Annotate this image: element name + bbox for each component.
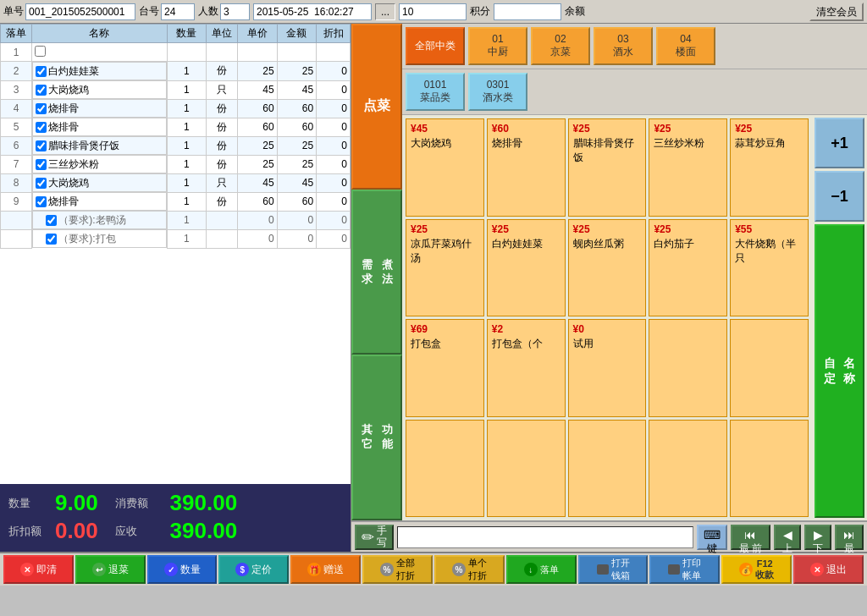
menu-name: 打包盒	[411, 337, 479, 351]
other-function-button[interactable]: 其它功能	[351, 355, 402, 520]
table-row[interactable]: 9 烧排骨 1份 60600	[1, 192, 351, 211]
subcategory-row: 0101 菜品类 0301 酒水类	[402, 69, 867, 115]
menu-price: ¥25	[573, 123, 642, 135]
menu-item[interactable]: ¥25腊味排骨煲仔饭	[568, 118, 647, 217]
subcat-02-button[interactable]: 0301 酒水类	[468, 73, 527, 111]
menu-item	[487, 420, 566, 518]
print-bill-button[interactable]: 打印帐单	[649, 555, 720, 584]
menu-item[interactable]: ¥45大岗烧鸡	[406, 118, 484, 217]
cook-method-button[interactable]: 需求煮法	[351, 190, 402, 355]
price-button[interactable]: $ 定价	[218, 555, 289, 584]
subcat-01-button[interactable]: 0101 菜品类	[406, 73, 465, 111]
table-row[interactable]: 7 三丝炒米粉 1份 25250	[1, 155, 351, 173]
order-no-label: 单号	[3, 4, 24, 19]
menu-grid: ¥45大岗烧鸡¥60烧排骨¥25腊味排骨煲仔饭¥25三丝炒米粉¥25蒜茸炒豆角¥…	[402, 115, 812, 520]
cat-01-label: 01	[477, 33, 519, 45]
item-discount: 0	[317, 62, 351, 81]
menu-item[interactable]: ¥0试用	[568, 319, 647, 417]
return-icon: ↩	[92, 563, 106, 576]
menu-price: ¥25	[654, 123, 722, 135]
clear-button[interactable]: ✕ 即清	[3, 555, 74, 584]
plus-button[interactable]: +1	[815, 118, 864, 168]
cat-02-button[interactable]: 02 京菜	[531, 27, 590, 65]
menu-item[interactable]: ¥69打包盒	[406, 319, 484, 417]
table-row[interactable]: 1	[1, 43, 351, 62]
open-drawer-button[interactable]: 打开钱箱	[578, 555, 649, 584]
menu-item[interactable]: ¥25凉瓜芹菜鸡什汤	[406, 219, 484, 317]
menu-name: 三丝炒米粉	[654, 136, 722, 151]
menu-name: 白灼茄子	[654, 237, 722, 251]
f12-checkout-button[interactable]: 💰 F12收款	[721, 555, 792, 584]
col-header-discount: 折扣	[317, 25, 351, 43]
menu-price: ¥25	[411, 223, 479, 235]
people-input[interactable]	[220, 3, 250, 20]
table-row[interactable]: 3 大岗烧鸡 1只 45450	[1, 80, 351, 99]
gift-button[interactable]: 🎁 赠送	[290, 555, 361, 584]
menu-price: ¥25	[735, 123, 803, 135]
menu-item	[568, 420, 647, 518]
table-row[interactable]: 8 大岗烧鸡 1只 45450	[1, 173, 351, 192]
action-buttons: 点菜 需求煮法 其它功能	[351, 24, 402, 520]
menu-name: 打包盒（个	[492, 337, 561, 351]
menu-item[interactable]: ¥55大件烧鹅（半只	[730, 219, 809, 317]
keyboard-button[interactable]: ⌨ 键盘	[697, 525, 727, 550]
cat-01-button[interactable]: 01 中厨	[468, 27, 527, 65]
first-page-button[interactable]: ⏮最 前	[731, 525, 770, 550]
table-row[interactable]: 4 烧排骨 1份 60600	[1, 99, 351, 118]
points-input[interactable]	[399, 3, 467, 20]
menu-item[interactable]: ¥60烧排骨	[487, 118, 566, 217]
order-button[interactable]: 点菜	[351, 24, 402, 190]
cat-04-button[interactable]: 04 楼面	[656, 27, 715, 65]
prev-page-button[interactable]: ◀上页	[774, 525, 801, 550]
qty-button[interactable]: ✓ 数量	[147, 555, 218, 584]
item-unit	[206, 43, 237, 62]
item-name-cell[interactable]: 大岗烧鸡	[32, 80, 166, 99]
cat-all-button[interactable]: 全部中类	[406, 27, 465, 65]
category-row: 全部中类 01 中厨 02 京菜 03 酒水 04 楼	[402, 24, 867, 69]
single-discount-button[interactable]: % 单个打折	[434, 555, 505, 584]
table-row[interactable]: （要求):老鸭汤 1 000	[1, 211, 351, 229]
table-row[interactable]: 6 腊味排骨煲仔饭 1份 25250	[1, 136, 351, 155]
next-page-button[interactable]: ▶下页	[804, 525, 831, 550]
item-checkbox[interactable]	[32, 43, 167, 62]
menu-item[interactable]: ¥25三丝炒米粉	[649, 118, 727, 217]
action-bar: ✕ 即清 ↩ 退菜 ✓ 数量 $ 定价 🎁 赠送 % 全部打折 % 单个打折 ↓…	[0, 552, 867, 586]
payable-value: 390.00	[170, 518, 238, 544]
cat-01-name: 中厨	[477, 45, 519, 59]
menu-item[interactable]: ¥25蒜茸炒豆角	[730, 118, 809, 217]
cat-03-button[interactable]: 03 酒水	[594, 27, 653, 65]
item-checkbox-name[interactable]: 白灼娃娃菜	[32, 62, 166, 80]
drop-order-button[interactable]: ↓ 落单	[506, 555, 577, 584]
table-row[interactable]: 5 烧排骨 1份 60600	[1, 118, 351, 136]
return-dish-button[interactable]: ↩ 退菜	[75, 555, 146, 584]
balance-input[interactable]	[494, 3, 561, 20]
handwrite-button[interactable]: ✏ 手写	[355, 525, 394, 550]
item-amount	[277, 43, 316, 62]
menu-price: ¥25	[654, 223, 722, 235]
minus-button[interactable]: −1	[815, 171, 864, 222]
menu-name: 凉瓜芹菜鸡什汤	[411, 237, 479, 266]
custom-name-button[interactable]: 自定名称	[815, 224, 864, 518]
menu-item[interactable]: ¥25白灼娃娃菜	[487, 219, 566, 317]
table-no-input[interactable]	[161, 3, 195, 20]
handwrite-row: ✏ 手写 ⌨ 键盘 ⏮最 前 ◀上页 ▶下页 ⏭最后	[351, 521, 867, 552]
qty-label: 数量	[8, 496, 51, 511]
menu-item[interactable]: ¥2打包盒（个	[487, 319, 566, 417]
dots-button[interactable]: ...	[375, 3, 395, 20]
exit-icon: ✕	[810, 563, 824, 576]
exit-button[interactable]: ✕ 退出	[793, 555, 864, 584]
printer-icon	[668, 564, 680, 575]
payable-label: 应收	[115, 524, 166, 539]
table-row[interactable]: 2 白灼娃娃菜 1 份 25 25 0	[1, 62, 351, 81]
bottom-toolbar: ✏ 手写 ⌨ 键盘 ⏮最 前 ◀上页 ▶下页 ⏭最后	[351, 520, 867, 552]
menu-item[interactable]: ¥25白灼茄子	[649, 219, 727, 317]
handwrite-input[interactable]	[397, 526, 693, 548]
datetime-input[interactable]	[253, 3, 372, 20]
menu-item[interactable]: ¥25蚬肉丝瓜粥	[568, 219, 647, 317]
col-header-amount: 金额	[277, 25, 316, 43]
last-page-button[interactable]: ⏭最后	[835, 525, 864, 550]
order-no-input[interactable]	[25, 3, 135, 20]
table-row[interactable]: （要求):打包 1 000	[1, 229, 351, 248]
all-discount-button[interactable]: % 全部打折	[362, 555, 433, 584]
clear-member-button[interactable]: 清空会员	[809, 3, 864, 21]
